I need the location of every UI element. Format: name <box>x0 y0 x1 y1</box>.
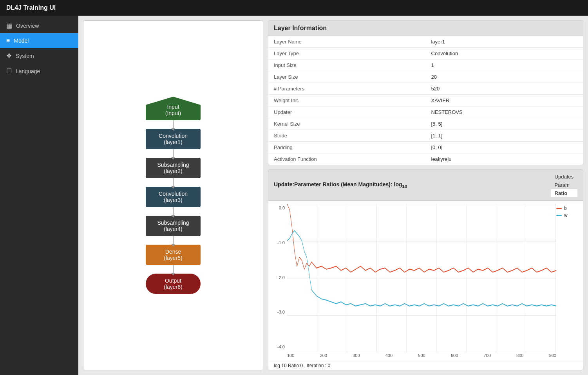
chart-footer: log 10 Ratio 0 , Iteration : 0 <box>268 361 583 370</box>
sidebar: ▦Overview≡Model❖System☐Language <box>0 16 78 375</box>
node-output6[interactable]: Output(layer6) <box>146 274 201 294</box>
yaxis-label: -3.0 <box>277 310 285 314</box>
table-row: Weight Init.XAVIER <box>268 95 583 106</box>
node-sub2[interactable]: Subsampling(layer2) <box>146 158 201 178</box>
language-icon: ☐ <box>6 67 12 75</box>
row-key: Padding <box>268 142 426 153</box>
sidebar-item-system[interactable]: ❖System <box>0 48 78 63</box>
sidebar-item-model[interactable]: ≡Model <box>0 33 78 48</box>
sidebar-label-model: Model <box>14 38 29 44</box>
table-row: Layer Namelayer1 <box>268 36 583 48</box>
chart-tab-param[interactable]: Param <box>551 181 577 189</box>
node-sub2-label: Subsampling(layer2) <box>157 162 189 174</box>
row-key: Kernel Size <box>268 118 426 130</box>
row-value: 520 <box>426 83 583 95</box>
system-icon: ❖ <box>6 52 12 59</box>
node-dense5[interactable]: Dense(layer5) <box>146 245 201 265</box>
node-input[interactable]: Input(Input) <box>146 97 201 120</box>
arrow-6 <box>173 265 174 274</box>
chart-panel: Update:Parameter Ratios (Mean Magnitudes… <box>268 169 583 370</box>
arrow-3 <box>173 178 174 187</box>
chart-svg <box>287 204 556 352</box>
arrow-5 <box>173 236 174 245</box>
sidebar-label-system: System <box>16 53 34 59</box>
sidebar-label-overview: Overview <box>16 23 39 29</box>
yaxis-label: -1.0 <box>277 240 285 245</box>
row-key: Layer Size <box>268 71 426 83</box>
sidebar-item-language[interactable]: ☐Language <box>0 63 78 79</box>
node-sub4-label: Subsampling(layer4) <box>157 220 189 232</box>
node-sub4[interactable]: Subsampling(layer4) <box>146 216 201 236</box>
yaxis-label: -2.0 <box>277 275 285 280</box>
network-diagram: Input(Input) Convolution(layer1) Subsamp… <box>146 97 201 294</box>
table-row: Activation Functionleakyrelu <box>268 153 583 165</box>
row-key: Input Size <box>268 59 426 71</box>
xaxis-label: 100 <box>287 353 294 358</box>
table-row: Kernel Size[5, 5] <box>268 118 583 130</box>
yaxis-label: -4.0 <box>277 344 285 349</box>
row-key: # Parameters <box>268 83 426 95</box>
model-icon: ≡ <box>6 37 10 44</box>
table-row: Layer Size20 <box>268 71 583 83</box>
row-key: Activation Function <box>268 153 426 165</box>
legend-color-w <box>556 215 562 216</box>
table-row: Layer TypeConvolution <box>268 48 583 59</box>
right-panel: Layer Information Layer Namelayer1Layer … <box>268 20 583 370</box>
row-key: Updater <box>268 106 426 118</box>
yaxis-label: 0.0 <box>279 206 285 210</box>
row-value: NESTEROVS <box>426 106 583 118</box>
xaxis-label: 500 <box>418 353 425 358</box>
chart-area: 100200300400500600700800900 <box>287 204 556 358</box>
chart-header: Update:Parameter Ratios (Mean Magnitudes… <box>268 169 583 201</box>
row-key: Stride <box>268 130 426 142</box>
arrow-4 <box>173 207 174 216</box>
node-input-label: Input(Input) <box>165 104 181 116</box>
app-title: DL4J Training UI <box>6 4 56 11</box>
legend-color-b <box>556 208 562 209</box>
chart-title: Update:Parameter Ratios (Mean Magnitudes… <box>274 181 548 189</box>
row-value: 1 <box>426 59 583 71</box>
node-conv1[interactable]: Convolution(layer1) <box>146 129 201 149</box>
row-key: Layer Type <box>268 48 426 59</box>
arrow-2 <box>173 149 174 158</box>
legend-label-w: w <box>564 213 568 218</box>
chart-yaxis: 0.0-1.0-2.0-3.0-4.0 <box>271 204 287 358</box>
main-layout: ▦Overview≡Model❖System☐Language Input(In… <box>0 16 588 375</box>
xaxis-label: 900 <box>549 353 556 358</box>
app-header: DL4J Training UI <box>0 0 588 16</box>
row-value: [1, 1] <box>426 130 583 142</box>
chart-tabs: UpdatesParamRatio <box>551 173 577 197</box>
chart-legend: bw <box>556 204 580 358</box>
legend-label-b: b <box>564 206 567 211</box>
node-conv3-label: Convolution(layer3) <box>159 191 188 203</box>
main-content: Input(Input) Convolution(layer1) Subsamp… <box>78 16 588 375</box>
node-conv3[interactable]: Convolution(layer3) <box>146 187 201 207</box>
table-row: Padding[0, 0] <box>268 142 583 153</box>
row-value: [5, 5] <box>426 118 583 130</box>
legend-item-w: w <box>556 213 580 218</box>
node-dense5-label: Dense(layer5) <box>164 249 182 261</box>
layer-info-title: Layer Information <box>268 21 583 36</box>
xaxis-label: 300 <box>353 353 360 358</box>
legend-item-b: b <box>556 206 580 211</box>
layer-info-panel: Layer Information Layer Namelayer1Layer … <box>268 20 583 165</box>
row-key: Weight Init. <box>268 95 426 106</box>
xaxis-label: 600 <box>451 353 458 358</box>
sidebar-label-language: Language <box>16 68 40 74</box>
chart-tab-updates[interactable]: Updates <box>551 173 577 181</box>
xaxis-label: 200 <box>320 353 327 358</box>
node-conv1-label: Convolution(layer1) <box>159 133 188 145</box>
row-value: [0, 0] <box>426 142 583 153</box>
overview-icon: ▦ <box>6 22 12 29</box>
xaxis-label: 400 <box>385 353 393 358</box>
arrow-1 <box>173 120 174 129</box>
row-key: Layer Name <box>268 36 426 48</box>
sidebar-item-overview[interactable]: ▦Overview <box>0 18 78 33</box>
network-diagram-panel: Input(Input) Convolution(layer1) Subsamp… <box>83 20 263 370</box>
node-output6-label: Output(layer6) <box>164 278 182 290</box>
chart-tab-ratio[interactable]: Ratio <box>551 189 577 197</box>
table-row: # Parameters520 <box>268 83 583 95</box>
xaxis-label: 700 <box>483 353 490 358</box>
layer-info-table: Layer Namelayer1Layer TypeConvolutionInp… <box>268 36 583 165</box>
table-row: Input Size1 <box>268 59 583 71</box>
